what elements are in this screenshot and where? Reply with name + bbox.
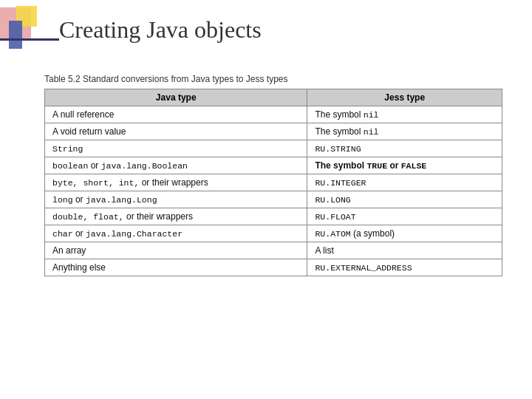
jess-type-cell: A list	[307, 242, 502, 259]
jess-type-cell: RU.FLOAT	[307, 208, 502, 225]
java-type-cell: A null reference	[45, 106, 307, 123]
table-row: A null referenceThe symbol nil	[45, 106, 502, 123]
table-row: char or java.lang.CharacterRU.ATOM (a sy…	[45, 225, 502, 242]
table-row: long or java.lang.LongRU.LONG	[45, 191, 502, 208]
table-row: boolean or java.lang.BooleanThe symbol T…	[45, 157, 502, 174]
jess-type-cell: The symbol TRUE or FALSE	[307, 157, 502, 174]
page-title: Creating Java objects	[59, 16, 262, 44]
dark-line	[0, 38, 59, 41]
java-type-cell: long or java.lang.Long	[45, 191, 307, 208]
col-jess-type: Jess type	[307, 89, 502, 106]
jess-type-cell: RU.EXTERNAL_ADDRESS	[307, 259, 502, 276]
table-row: An arrayA list	[45, 242, 502, 259]
conversion-table: Java type Jess type A null referenceThe …	[44, 89, 502, 276]
jess-type-cell: RU.LONG	[307, 191, 502, 208]
jess-type-cell: RU.STRING	[307, 140, 502, 157]
jess-type-cell: RU.INTEGER	[307, 174, 502, 191]
java-type-cell: Anything else	[45, 259, 307, 276]
content-area: Table 5.2 Standard conversions from Java…	[44, 74, 502, 276]
jess-type-cell: The symbol nil	[307, 123, 502, 140]
java-type-cell: String	[45, 140, 307, 157]
java-type-cell: double, float, or their wrappers	[45, 208, 307, 225]
java-type-cell: boolean or java.lang.Boolean	[45, 157, 307, 174]
table-caption: Table 5.2 Standard conversions from Java…	[44, 74, 502, 84]
table-row: Anything elseRU.EXTERNAL_ADDRESS	[45, 259, 502, 276]
table-row: StringRU.STRING	[45, 140, 502, 157]
jess-type-cell: RU.ATOM (a symbol)	[307, 225, 502, 242]
corner-decoration	[0, 0, 59, 59]
jess-type-cell: The symbol nil	[307, 106, 502, 123]
java-type-cell: byte, short, int, or their wrappers	[45, 174, 307, 191]
table-header-row: Java type Jess type	[45, 89, 502, 106]
java-type-cell: An array	[45, 242, 307, 259]
table-row: double, float, or their wrappersRU.FLOAT	[45, 208, 502, 225]
blue-rect	[9, 21, 22, 49]
col-java-type: Java type	[45, 89, 307, 106]
table-row: A void return valueThe symbol nil	[45, 123, 502, 140]
java-type-cell: char or java.lang.Character	[45, 225, 307, 242]
table-row: byte, short, int, or their wrappersRU.IN…	[45, 174, 502, 191]
java-type-cell: A void return value	[45, 123, 307, 140]
